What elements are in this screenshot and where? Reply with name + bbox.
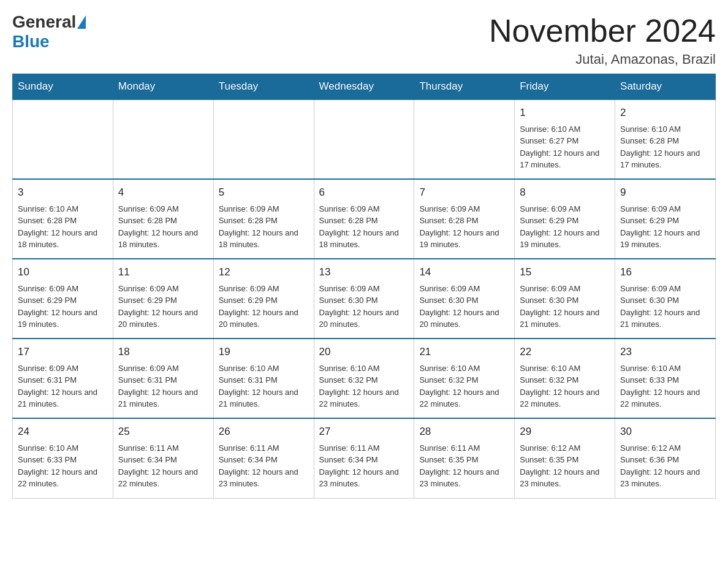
sunset-text: Sunset: 6:29 PM bbox=[219, 296, 278, 305]
sunset-text: Sunset: 6:28 PM bbox=[18, 216, 77, 225]
cell-content: 17Sunrise: 6:09 AMSunset: 6:31 PMDayligh… bbox=[18, 344, 108, 410]
daylight-text: Daylight: 12 hours and 20 minutes. bbox=[319, 308, 399, 329]
calendar-cell: 11Sunrise: 6:09 AMSunset: 6:29 PMDayligh… bbox=[113, 259, 213, 339]
calendar-cell: 29Sunrise: 6:12 AMSunset: 6:35 PMDayligh… bbox=[515, 418, 615, 498]
day-number: 9 bbox=[620, 185, 710, 201]
cell-content: 7Sunrise: 6:09 AMSunset: 6:28 PMDaylight… bbox=[419, 185, 509, 251]
day-number: 30 bbox=[620, 424, 710, 440]
sunrise-text: Sunrise: 6:10 AM bbox=[18, 443, 78, 453]
sunrise-text: Sunrise: 6:10 AM bbox=[219, 364, 279, 373]
calendar-cell bbox=[113, 99, 213, 179]
calendar-table: SundayMondayTuesdayWednesdayThursdayFrid… bbox=[12, 74, 716, 499]
sunset-text: Sunset: 6:33 PM bbox=[18, 455, 77, 464]
day-number: 5 bbox=[219, 185, 309, 201]
daylight-text: Daylight: 12 hours and 21 minutes. bbox=[118, 388, 198, 409]
cell-content: 1Sunrise: 6:10 AMSunset: 6:27 PMDaylight… bbox=[520, 105, 610, 171]
day-number: 22 bbox=[520, 344, 610, 360]
calendar-cell: 16Sunrise: 6:09 AMSunset: 6:30 PMDayligh… bbox=[615, 259, 716, 339]
day-number: 10 bbox=[18, 264, 108, 280]
sunset-text: Sunset: 6:34 PM bbox=[118, 455, 177, 464]
sunrise-text: Sunrise: 6:09 AM bbox=[219, 284, 279, 293]
sunset-text: Sunset: 6:33 PM bbox=[620, 375, 679, 385]
sunset-text: Sunset: 6:28 PM bbox=[620, 136, 679, 145]
sunset-text: Sunset: 6:31 PM bbox=[118, 375, 177, 385]
daylight-text: Daylight: 12 hours and 22 minutes. bbox=[520, 388, 599, 409]
day-number: 1 bbox=[520, 105, 610, 121]
day-number: 3 bbox=[18, 185, 108, 201]
sunrise-text: Sunrise: 6:09 AM bbox=[118, 364, 179, 373]
sunset-text: Sunset: 6:34 PM bbox=[319, 455, 378, 464]
calendar-week-row: 17Sunrise: 6:09 AMSunset: 6:31 PMDayligh… bbox=[13, 339, 716, 418]
daylight-text: Daylight: 12 hours and 22 minutes. bbox=[620, 388, 700, 409]
calendar-cell: 15Sunrise: 6:09 AMSunset: 6:30 PMDayligh… bbox=[515, 259, 615, 339]
sunset-text: Sunset: 6:28 PM bbox=[419, 216, 478, 225]
day-number: 15 bbox=[520, 264, 610, 280]
sunset-text: Sunset: 6:35 PM bbox=[520, 455, 578, 464]
day-number: 6 bbox=[319, 185, 409, 201]
daylight-text: Daylight: 12 hours and 19 minutes. bbox=[520, 228, 599, 250]
cell-content: 15Sunrise: 6:09 AMSunset: 6:30 PMDayligh… bbox=[520, 264, 610, 331]
cell-content: 30Sunrise: 6:12 AMSunset: 6:36 PMDayligh… bbox=[620, 424, 710, 490]
calendar-cell: 14Sunrise: 6:09 AMSunset: 6:30 PMDayligh… bbox=[414, 259, 515, 339]
sunrise-text: Sunrise: 6:09 AM bbox=[520, 204, 580, 213]
cell-content: 11Sunrise: 6:09 AMSunset: 6:29 PMDayligh… bbox=[118, 264, 208, 331]
calendar-cell: 3Sunrise: 6:10 AMSunset: 6:28 PMDaylight… bbox=[13, 179, 113, 259]
sunset-text: Sunset: 6:30 PM bbox=[319, 296, 378, 305]
day-number: 7 bbox=[419, 185, 509, 201]
daylight-text: Daylight: 12 hours and 20 minutes. bbox=[219, 308, 298, 329]
cell-content: 19Sunrise: 6:10 AMSunset: 6:31 PMDayligh… bbox=[219, 344, 309, 410]
sunrise-text: Sunrise: 6:10 AM bbox=[520, 124, 580, 134]
day-number: 23 bbox=[620, 344, 710, 360]
calendar-cell: 9Sunrise: 6:09 AMSunset: 6:29 PMDaylight… bbox=[615, 179, 716, 259]
day-number: 20 bbox=[319, 344, 409, 360]
sunset-text: Sunset: 6:34 PM bbox=[219, 455, 278, 464]
calendar-cell: 4Sunrise: 6:09 AMSunset: 6:28 PMDaylight… bbox=[113, 179, 213, 259]
title-section: November 2024 Jutai, Amazonas, Brazil bbox=[489, 12, 716, 67]
sunrise-text: Sunrise: 6:09 AM bbox=[620, 204, 681, 213]
cell-content: 29Sunrise: 6:12 AMSunset: 6:35 PMDayligh… bbox=[520, 424, 610, 490]
daylight-text: Daylight: 12 hours and 18 minutes. bbox=[219, 228, 298, 250]
daylight-text: Daylight: 12 hours and 21 minutes. bbox=[620, 308, 700, 329]
calendar-cell: 30Sunrise: 6:12 AMSunset: 6:36 PMDayligh… bbox=[615, 418, 716, 498]
day-number: 13 bbox=[319, 264, 409, 280]
sunset-text: Sunset: 6:35 PM bbox=[419, 455, 478, 464]
calendar-cell: 8Sunrise: 6:09 AMSunset: 6:29 PMDaylight… bbox=[515, 179, 615, 259]
cell-content: 27Sunrise: 6:11 AMSunset: 6:34 PMDayligh… bbox=[319, 424, 409, 490]
cell-content: 28Sunrise: 6:11 AMSunset: 6:35 PMDayligh… bbox=[419, 424, 509, 490]
cell-content: 23Sunrise: 6:10 AMSunset: 6:33 PMDayligh… bbox=[620, 344, 710, 410]
sunset-text: Sunset: 6:29 PM bbox=[520, 216, 578, 225]
cell-content: 4Sunrise: 6:09 AMSunset: 6:28 PMDaylight… bbox=[118, 185, 208, 251]
calendar-cell: 21Sunrise: 6:10 AMSunset: 6:32 PMDayligh… bbox=[414, 339, 515, 418]
sunrise-text: Sunrise: 6:09 AM bbox=[118, 284, 179, 293]
daylight-text: Daylight: 12 hours and 20 minutes. bbox=[419, 308, 499, 329]
day-number: 4 bbox=[118, 185, 208, 201]
calendar-week-row: 10Sunrise: 6:09 AMSunset: 6:29 PMDayligh… bbox=[13, 259, 716, 339]
calendar-cell: 1Sunrise: 6:10 AMSunset: 6:27 PMDaylight… bbox=[515, 99, 615, 179]
sunrise-text: Sunrise: 6:11 AM bbox=[219, 443, 279, 453]
calendar-cell: 6Sunrise: 6:09 AMSunset: 6:28 PMDaylight… bbox=[314, 179, 414, 259]
calendar-cell: 5Sunrise: 6:09 AMSunset: 6:28 PMDaylight… bbox=[213, 179, 314, 259]
day-of-week-header: Sunday bbox=[13, 74, 113, 100]
day-of-week-header: Wednesday bbox=[314, 74, 414, 100]
sunset-text: Sunset: 6:28 PM bbox=[118, 216, 177, 225]
cell-content: 12Sunrise: 6:09 AMSunset: 6:29 PMDayligh… bbox=[219, 264, 309, 331]
daylight-text: Daylight: 12 hours and 22 minutes. bbox=[118, 467, 198, 489]
cell-content: 13Sunrise: 6:09 AMSunset: 6:30 PMDayligh… bbox=[319, 264, 409, 331]
cell-content: 5Sunrise: 6:09 AMSunset: 6:28 PMDaylight… bbox=[219, 185, 309, 251]
cell-content: 18Sunrise: 6:09 AMSunset: 6:31 PMDayligh… bbox=[118, 344, 208, 410]
daylight-text: Daylight: 12 hours and 23 minutes. bbox=[419, 467, 499, 489]
sunset-text: Sunset: 6:30 PM bbox=[419, 296, 478, 305]
daylight-text: Daylight: 12 hours and 23 minutes. bbox=[620, 467, 700, 489]
day-number: 24 bbox=[18, 424, 108, 440]
calendar-cell: 13Sunrise: 6:09 AMSunset: 6:30 PMDayligh… bbox=[314, 259, 414, 339]
day-of-week-header: Tuesday bbox=[213, 74, 314, 100]
cell-content: 22Sunrise: 6:10 AMSunset: 6:32 PMDayligh… bbox=[520, 344, 610, 410]
sunrise-text: Sunrise: 6:09 AM bbox=[118, 204, 179, 213]
day-number: 27 bbox=[319, 424, 409, 440]
calendar-week-row: 24Sunrise: 6:10 AMSunset: 6:33 PMDayligh… bbox=[13, 418, 716, 498]
cell-content: 14Sunrise: 6:09 AMSunset: 6:30 PMDayligh… bbox=[419, 264, 509, 331]
day-number: 21 bbox=[419, 344, 509, 360]
sunrise-text: Sunrise: 6:10 AM bbox=[620, 124, 681, 134]
day-number: 28 bbox=[419, 424, 509, 440]
cell-content: 8Sunrise: 6:09 AMSunset: 6:29 PMDaylight… bbox=[520, 185, 610, 251]
